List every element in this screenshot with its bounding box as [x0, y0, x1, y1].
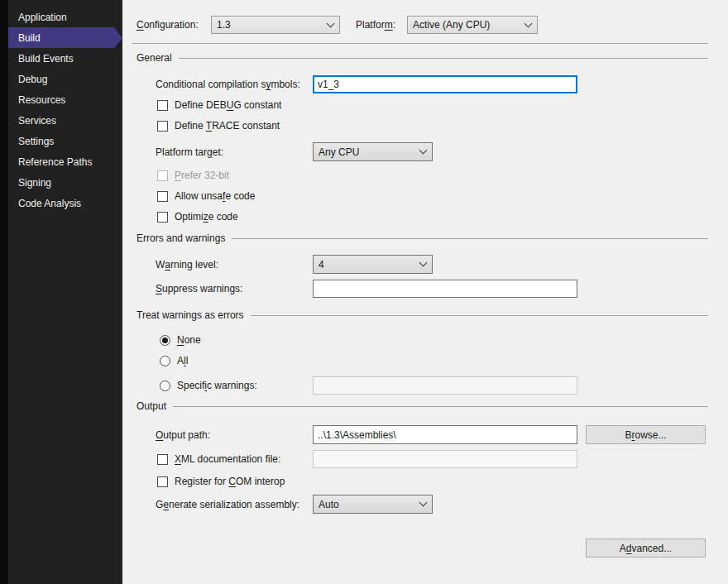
treat-specific-radio[interactable] [160, 381, 170, 391]
platform-dropdown[interactable]: Active (Any CPU) [407, 16, 538, 34]
prefer-32bit-row: Prefer 32-bit [157, 169, 229, 182]
output-path-input[interactable] [313, 425, 577, 444]
build-settings-pane: Configuration: 1.3 Platform: Active (Any… [122, 0, 728, 584]
serialization-assembly-dropdown[interactable]: Auto [313, 495, 433, 514]
serialization-assembly-value: Auto [318, 499, 339, 510]
warning-level-dropdown[interactable]: 4 [313, 255, 433, 274]
sidebar-item-signing[interactable]: Signing [8, 172, 114, 193]
section-title: Treat warnings as errors [136, 309, 244, 321]
section-rule [232, 238, 708, 239]
section-header-errors-warnings: Errors and warnings [136, 232, 708, 244]
configuration-label: Configuration: [136, 16, 199, 34]
section-rule [179, 58, 708, 59]
define-trace-row: Define TRACE constant [157, 119, 280, 132]
prefer-32bit-label: Prefer 32-bit [175, 170, 229, 181]
warning-level-value: 4 [318, 259, 324, 270]
output-path-label: Output path: [156, 425, 210, 444]
specific-warnings-input [313, 376, 577, 395]
sidebar-item-build-events[interactable]: Build Events [8, 48, 114, 69]
com-interop-checkbox[interactable] [157, 476, 168, 487]
sidebar-item-code-analysis[interactable]: Code Analysis [8, 193, 114, 213]
allow-unsafe-checkbox[interactable] [157, 191, 168, 202]
properties-sidebar: Application Build Build Events Debug Res… [0, 0, 122, 584]
xml-doc-checkbox[interactable] [157, 454, 168, 465]
sidebar-item-resources[interactable]: Resources [8, 89, 114, 110]
chevron-down-icon [419, 146, 428, 155]
chevron-down-icon [327, 19, 335, 27]
section-title: Errors and warnings [136, 232, 225, 244]
define-debug-checkbox[interactable] [157, 100, 168, 111]
treat-none-label: None [177, 334, 201, 346]
section-header-output: Output [136, 400, 708, 412]
optimize-code-label: Optimize code [175, 211, 238, 223]
sidebar-item-application[interactable]: Application [8, 7, 114, 27]
warning-level-label: Warning level: [156, 255, 218, 274]
section-title: General [136, 52, 172, 64]
platform-dropdown-value: Active (Any CPU) [413, 19, 490, 31]
xml-doc-row: XML documentation file: [157, 452, 280, 466]
platform-target-label: Platform target: [156, 142, 223, 161]
xml-doc-label: XML documentation file: [175, 453, 280, 465]
section-rule [173, 406, 708, 407]
treat-all-radio[interactable] [160, 356, 170, 366]
treat-specific-row: Specific warnings: [160, 376, 257, 395]
sidebar-item-build[interactable]: Build [8, 27, 114, 48]
sidebar-item-debug[interactable]: Debug [8, 69, 114, 89]
platform-target-value: Any CPU [318, 146, 359, 158]
define-debug-label: Define DEBUG constant [175, 99, 281, 111]
sidebar-nav: Application Build Build Events Debug Res… [8, 7, 114, 213]
optimize-code-checkbox[interactable] [157, 212, 168, 223]
treat-specific-label: Specific warnings: [177, 380, 257, 391]
chevron-down-icon [419, 259, 428, 267]
suppress-warnings-label: Suppress warnings: [156, 280, 242, 298]
prefer-32bit-checkbox [157, 170, 168, 181]
define-debug-row: Define DEBUG constant [157, 98, 281, 112]
separator [132, 43, 708, 44]
platform-target-dropdown[interactable]: Any CPU [313, 142, 433, 161]
section-rule [251, 315, 708, 316]
suppress-warnings-input[interactable] [313, 280, 577, 298]
com-interop-label: Register for COM interop [175, 476, 285, 487]
conditional-symbols-input[interactable] [313, 75, 577, 93]
xml-doc-input [313, 450, 577, 468]
sidebar-item-reference-paths[interactable]: Reference Paths [8, 151, 114, 172]
treat-all-row: All [160, 354, 188, 367]
optimize-code-row: Optimize code [157, 210, 238, 223]
section-header-general: General [136, 52, 708, 64]
define-trace-checkbox[interactable] [157, 121, 168, 132]
chevron-down-icon [524, 19, 533, 27]
serialization-assembly-label: Generate serialization assembly: [156, 495, 299, 514]
treat-none-row: None [160, 333, 201, 347]
platform-label: Platform: [356, 16, 395, 34]
chevron-down-icon [419, 499, 428, 507]
treat-all-label: All [177, 355, 188, 366]
sidebar-edge-strip [0, 0, 8, 584]
section-title: Output [136, 400, 166, 412]
sidebar-item-settings[interactable]: Settings [8, 131, 114, 151]
sidebar-item-services[interactable]: Services [8, 110, 114, 131]
define-trace-label: Define TRACE constant [175, 120, 280, 132]
configuration-dropdown[interactable]: 1.3 [211, 16, 340, 34]
project-properties-page: Application Build Build Events Debug Res… [0, 0, 728, 584]
advanced-button[interactable]: Advanced... [586, 539, 706, 558]
conditional-symbols-label: Conditional compilation symbols: [156, 75, 300, 93]
section-header-treat-warnings: Treat warnings as errors [136, 309, 708, 321]
allow-unsafe-row: Allow unsafe code [157, 189, 255, 203]
allow-unsafe-label: Allow unsafe code [175, 190, 255, 202]
treat-none-radio[interactable] [160, 335, 170, 346]
com-interop-row: Register for COM interop [157, 475, 285, 488]
configuration-dropdown-value: 1.3 [217, 19, 231, 31]
browse-button[interactable]: Browse... [586, 425, 706, 444]
